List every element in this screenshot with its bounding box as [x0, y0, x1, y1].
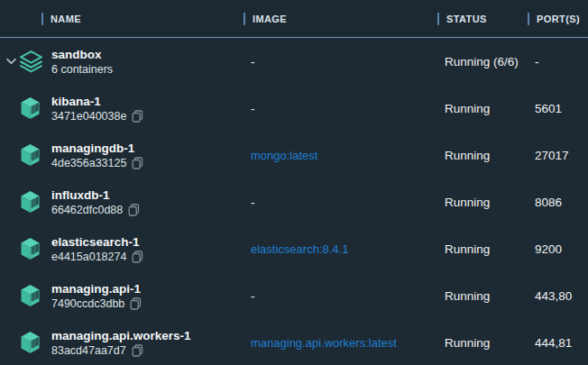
name-cell: managingdb-14de356a33125: [0, 132, 243, 178]
container-row[interactable]: kibana-13471e040038e -Running5601: [0, 85, 588, 132]
name-cell: sandbox6 containers: [0, 38, 243, 85]
container-id: 83acd47aa7d7: [51, 344, 191, 357]
container-name: managing.api-1: [51, 282, 142, 296]
image-dash: -: [243, 102, 437, 115]
column-header-name-label: NAME: [51, 14, 81, 24]
image-dash: -: [243, 289, 437, 303]
table-body: sandbox6 containers-Running (6/6)- kiban…: [0, 38, 588, 365]
image-dash: -: [243, 55, 437, 68]
ports-text: 27017: [528, 149, 588, 162]
sub-text: 3471e040038e: [51, 110, 126, 123]
name-text: managingdb-14de356a33125: [51, 141, 143, 169]
status-text: Running: [437, 289, 528, 303]
name-text: elasticsearch-1e4415a018274: [51, 235, 143, 263]
sub-text: 83acd47aa7d7: [51, 344, 126, 357]
name-text: influxdb-166462dfc0d88: [51, 188, 140, 216]
status-text: Running: [437, 242, 528, 256]
row-icon: [19, 96, 41, 120]
column-divider: [243, 13, 245, 25]
copy-id-button[interactable]: [132, 110, 143, 123]
name-text: managing.api.workers-183acd47aa7d7: [51, 329, 191, 357]
status-text: Running: [437, 149, 528, 162]
row-icon: [19, 331, 41, 354]
name-text: managing.api-17490ccdc3dbb: [51, 282, 142, 310]
container-row[interactable]: influxdb-166462dfc0d88 -Running8086: [0, 178, 588, 225]
name-cell: managing.api.workers-183acd47aa7d7: [0, 319, 243, 365]
column-header-status-label: STATUS: [446, 14, 487, 24]
container-name: kibana-1: [51, 95, 143, 108]
ports-text: -: [528, 55, 588, 68]
column-header-ports: PORT(S): [528, 13, 588, 25]
container-name: elasticsearch-1: [51, 235, 143, 249]
name-cell: elasticsearch-1e4415a018274: [0, 225, 243, 272]
column-divider: [437, 13, 439, 25]
column-header-name: NAME: [0, 13, 243, 25]
column-divider: [528, 13, 529, 25]
name-text: sandbox6 containers: [51, 48, 113, 76]
container-name: sandbox: [51, 48, 113, 61]
copy-id-button[interactable]: [130, 297, 142, 310]
expand-toggle[interactable]: [6, 59, 16, 65]
copy-icon[interactable]: [128, 204, 140, 216]
image-link[interactable]: elasticsearch:8.4.1: [243, 242, 437, 256]
status-text: Running: [437, 336, 528, 350]
layers-stack-icon: [19, 50, 43, 73]
copy-id-button[interactable]: [132, 157, 143, 169]
copy-icon[interactable]: [132, 110, 143, 123]
copy-icon[interactable]: [132, 344, 143, 357]
row-icon: [19, 190, 41, 214]
column-header-image-label: IMAGE: [253, 14, 287, 24]
container-name: managing.api.workers-1: [51, 329, 191, 342]
image-dash: -: [243, 196, 437, 209]
copy-icon[interactable]: [130, 297, 142, 310]
copy-id-button[interactable]: [128, 204, 140, 216]
container-cube-icon: [19, 96, 41, 120]
status-text: Running: [437, 196, 528, 209]
status-text: Running: [437, 102, 528, 115]
container-row[interactable]: elasticsearch-1e4415a018274 elasticsearc…: [0, 225, 588, 272]
container-name: influxdb-1: [51, 188, 140, 202]
name-cell: managing.api-17490ccdc3dbb: [0, 272, 243, 319]
sub-text: 66462dfc0d88: [51, 204, 123, 216]
sub-text: 6 containers: [51, 63, 113, 76]
container-id: 66462dfc0d88: [51, 204, 140, 216]
status-text: Running (6/6): [437, 55, 528, 68]
copy-icon[interactable]: [132, 157, 143, 169]
copy-id-button[interactable]: [132, 344, 143, 357]
row-icon: [19, 143, 41, 167]
container-name: managingdb-1: [51, 141, 143, 155]
column-header-status: STATUS: [437, 13, 528, 25]
container-count: 6 containers: [51, 63, 113, 76]
sub-text: 7490ccdc3dbb: [51, 297, 124, 310]
chevron-down-icon[interactable]: [6, 59, 16, 65]
container-cube-icon: [19, 237, 41, 260]
sub-text: 4de356a33125: [51, 157, 126, 169]
container-row[interactable]: managing.api-17490ccdc3dbb -Running443,8…: [0, 272, 588, 319]
image-link[interactable]: mongo:latest: [243, 149, 437, 162]
container-cube-icon: [19, 143, 41, 167]
container-cube-icon: [19, 331, 41, 354]
container-row[interactable]: managingdb-14de356a33125 mongo:latestRun…: [0, 132, 588, 178]
column-header-ports-label: PORT(S): [537, 14, 580, 24]
name-cell: influxdb-166462dfc0d88: [0, 178, 243, 225]
container-id: e4415a018274: [51, 251, 143, 263]
copy-id-button[interactable]: [132, 251, 143, 263]
column-header-image: IMAGE: [243, 13, 437, 25]
container-cube-icon: [19, 284, 41, 307]
ports-text: 443,80: [528, 289, 588, 303]
image-link[interactable]: managing.api.workers:latest: [243, 336, 437, 350]
container-id: 3471e040038e: [51, 110, 143, 123]
container-id: 7490ccdc3dbb: [51, 297, 142, 310]
ports-text: 9200: [528, 242, 588, 256]
sub-text: e4415a018274: [51, 251, 126, 263]
container-cube-icon: [19, 190, 41, 214]
container-row[interactable]: managing.api.workers-183acd47aa7d7 manag…: [0, 319, 588, 365]
ports-text: 8086: [528, 196, 588, 209]
copy-icon[interactable]: [132, 251, 143, 263]
container-list: NAME IMAGE STATUS PORT(S) sandbox6 conta…: [0, 0, 588, 365]
compose-group-row[interactable]: sandbox6 containers-Running (6/6)-: [0, 38, 588, 85]
container-id: 4de356a33125: [51, 157, 143, 169]
row-icon: [19, 284, 41, 307]
name-text: kibana-13471e040038e: [51, 95, 143, 123]
ports-text: 5601: [528, 102, 588, 115]
